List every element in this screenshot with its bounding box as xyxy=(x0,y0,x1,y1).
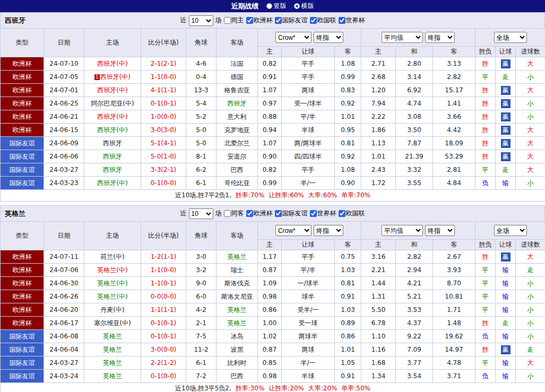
odds-handicap: 四/四球半 xyxy=(282,150,335,163)
league-filter-nations[interactable]: 欧国联 xyxy=(339,209,365,218)
away-team[interactable]: 冰岛 xyxy=(217,330,258,343)
away-team[interactable]: 斯洛伐克 xyxy=(217,277,258,290)
avg-away: 1.41 xyxy=(433,97,475,110)
away-team[interactable]: 哥伦比亚 xyxy=(217,177,258,190)
corner-score: 13-3 xyxy=(186,84,217,97)
layout-option-horizontal[interactable]: 横版 xyxy=(294,2,314,11)
fulltime-header-cell: 全场 xyxy=(475,222,545,240)
away-team[interactable]: 英格兰 xyxy=(217,303,258,317)
match-type: 欧洲杯 xyxy=(1,57,44,71)
match-count-select[interactable]: 10 xyxy=(189,15,213,26)
home-team[interactable]: 英格兰(中) xyxy=(84,264,141,277)
away-team[interactable]: 北爱尔兰 xyxy=(217,137,258,150)
league-filter-euro[interactable]: 欧洲杯 xyxy=(246,209,273,218)
home-team[interactable]: 西班牙 xyxy=(84,163,141,177)
home-team[interactable]: 西班牙 xyxy=(84,137,141,150)
away-team[interactable]: 斯洛文尼亚 xyxy=(217,290,258,303)
away-team[interactable]: 巴西 xyxy=(217,370,258,383)
bookmaker-stage-select[interactable]: 终指 xyxy=(314,32,343,43)
match-count-select[interactable]: 10 xyxy=(189,208,213,219)
home-team[interactable]: 英格兰 xyxy=(84,343,141,356)
home-team[interactable]: 英格兰 xyxy=(84,330,141,343)
home-team[interactable]: 荷兰(中) xyxy=(84,250,141,264)
same-venue-checkbox[interactable] xyxy=(224,17,231,24)
home-team[interactable]: 塞尔维亚(中) xyxy=(84,317,141,330)
league-checkbox[interactable] xyxy=(275,210,282,217)
league-filter-friendly[interactable]: 国际友谊 xyxy=(275,16,308,25)
away-team[interactable]: 英格兰 xyxy=(217,250,258,264)
away-team[interactable]: 波黑 xyxy=(217,343,258,356)
league-checkbox[interactable] xyxy=(310,210,317,217)
home-team[interactable]: 1西班牙(中) xyxy=(84,71,141,84)
league-filter-worldcup[interactable]: 世界杯 xyxy=(310,209,336,218)
handicap-result-text: 赢 xyxy=(501,59,511,68)
league-checkbox[interactable] xyxy=(246,210,253,217)
odds-handicap: 平/半 xyxy=(282,264,335,277)
same-venue-checkbox[interactable] xyxy=(224,210,231,217)
result-handicap: 输 xyxy=(496,303,516,317)
fulltime-select[interactable]: 全场 xyxy=(494,32,527,43)
outcome-text: 胜 xyxy=(482,319,489,327)
home-team[interactable]: 西班牙(中) xyxy=(84,110,141,124)
home-team[interactable]: 西班牙(中) xyxy=(84,124,141,137)
bookmaker-select[interactable]: Crow* xyxy=(275,32,312,43)
outcome-text: 胜 xyxy=(482,346,489,353)
home-team[interactable]: 英格兰 xyxy=(84,370,141,383)
away-team[interactable]: 意大利 xyxy=(217,110,258,124)
fulltime-select[interactable]: 全场 xyxy=(494,225,527,236)
odds-handicap: 受一球 xyxy=(282,317,335,330)
average-select[interactable]: 平均值 xyxy=(382,32,423,43)
league-filter-euro[interactable]: 欧洲杯 xyxy=(246,16,273,25)
avg-draw: 2.94 xyxy=(396,264,433,277)
bookmaker-select[interactable]: Crow* xyxy=(275,225,312,236)
avg-draw: 4.37 xyxy=(396,317,433,330)
result-outcome: 平 xyxy=(475,277,496,290)
result-handicap: 赢 xyxy=(496,84,516,97)
col-header-corner: 角球 xyxy=(186,222,217,250)
home-team-name: 塞尔维亚(中) xyxy=(94,319,131,327)
away-team[interactable]: 克罗地亚 xyxy=(217,124,258,137)
away-team[interactable]: 英格兰 xyxy=(217,317,258,330)
home-team[interactable]: 阿尔巴尼亚(中) xyxy=(84,97,141,110)
odds-handicap: 平手 xyxy=(282,57,335,71)
bookmaker-stage-select[interactable]: 终指 xyxy=(314,225,343,236)
score-text: 1-1(0-0) xyxy=(151,73,177,81)
league-checkbox[interactable] xyxy=(310,17,317,24)
home-team[interactable]: 西班牙(中) xyxy=(84,84,141,97)
result-handicap: 赢 xyxy=(496,97,516,110)
home-team[interactable]: 西班牙 xyxy=(84,150,141,163)
away-team[interactable]: 格鲁吉亚 xyxy=(217,84,258,97)
league-filter-nations[interactable]: 欧国联 xyxy=(310,16,336,25)
avg-home: 1.20 xyxy=(361,84,396,97)
away-team-name: 巴西 xyxy=(231,166,244,173)
home-team[interactable]: 英格兰(中) xyxy=(84,277,141,290)
league-filter-worldcup[interactable]: 世界杯 xyxy=(339,16,365,25)
league-checkbox[interactable] xyxy=(246,17,253,24)
home-team[interactable]: 英格兰 xyxy=(84,356,141,370)
avg-away: 4.78 xyxy=(433,356,475,370)
away-team[interactable]: 瑞士 xyxy=(217,264,258,277)
stat-handicap-rate: 让胜率:20% xyxy=(269,385,304,392)
home-team[interactable]: 西班牙(中) xyxy=(84,177,141,190)
away-team[interactable]: 巴西 xyxy=(217,163,258,177)
layout-option-vertical[interactable]: 竖版 xyxy=(266,2,287,11)
away-team[interactable]: 法国 xyxy=(217,57,258,71)
match-type: 国际友谊 xyxy=(1,137,44,150)
league-checkbox[interactable] xyxy=(339,17,345,24)
home-team[interactable]: 西班牙(中) xyxy=(84,57,141,71)
away-team[interactable]: 安道尔 xyxy=(217,150,258,163)
league-filter-friendly[interactable]: 国际友谊 xyxy=(275,209,308,218)
league-checkbox[interactable] xyxy=(339,210,345,217)
away-team[interactable]: 比利时 xyxy=(217,356,258,370)
same-venue-filter[interactable]: 同主 xyxy=(224,16,244,25)
league-checkbox[interactable] xyxy=(275,17,282,24)
same-venue-filter[interactable]: 同客 xyxy=(224,209,244,218)
average-stage-select[interactable]: 终指 xyxy=(425,32,455,43)
away-team[interactable]: 德国 xyxy=(217,71,258,84)
home-team[interactable]: 丹麦(中) xyxy=(84,303,141,317)
average-stage-select[interactable]: 终指 xyxy=(425,225,455,236)
home-team[interactable]: 英格兰(中) xyxy=(84,290,141,303)
average-select[interactable]: 平均值 xyxy=(382,225,423,236)
home-team-name: 西班牙 xyxy=(103,153,122,160)
away-team[interactable]: 西班牙 xyxy=(217,97,258,110)
